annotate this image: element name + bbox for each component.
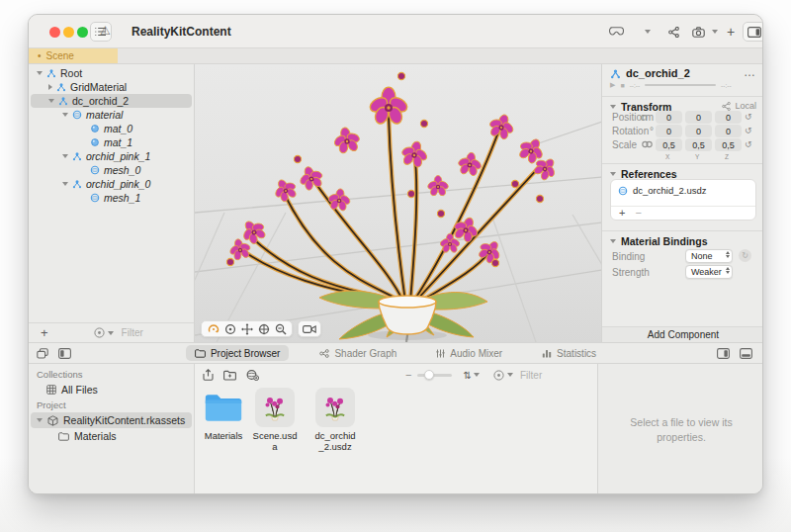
minimize-button[interactable] — [63, 27, 74, 38]
sidebar-item-rkassets[interactable]: RealityKitContent.rkassets — [29, 412, 194, 428]
hierarchy-item-orchid-pink-1[interactable]: orchid_pink_1 — [29, 149, 194, 163]
play-icon[interactable]: ▶ — [610, 81, 615, 89]
tab-audio-mixer[interactable]: Audio Mixer — [427, 345, 511, 361]
reset-scale-button[interactable]: ↺ — [745, 139, 752, 149]
scale-link-icon[interactable] — [642, 140, 653, 148]
binding-sync-button[interactable]: ↻ — [739, 249, 751, 262]
move-icon[interactable] — [238, 321, 255, 336]
hierarchy-item-material[interactable]: material — [29, 108, 194, 122]
hierarchy-item-orchid-pink-0[interactable]: orchid_pink_0 — [29, 177, 194, 191]
disclosure-icon[interactable] — [37, 418, 43, 422]
scale-x-field[interactable]: 0,5 — [656, 138, 682, 151]
hierarchy-item-mesh-1[interactable]: mesh_1 — [29, 191, 194, 205]
hierarchy-filter-input[interactable] — [122, 327, 191, 338]
camera-chevron-icon[interactable] — [709, 22, 721, 42]
camera-capture-icon[interactable] — [689, 22, 707, 42]
entity-icon — [610, 68, 621, 79]
position-z-field[interactable]: 0 — [715, 111, 742, 124]
hierarchy-item-label: mat_0 — [104, 123, 132, 134]
filter-options-icon[interactable] — [493, 370, 513, 381]
rotation-z-field[interactable]: 0 — [715, 125, 742, 137]
panel-right-toggle-icon[interactable] — [717, 348, 730, 359]
scale-z-field[interactable]: 0,5 — [715, 138, 742, 151]
dolly-icon[interactable] — [221, 321, 238, 336]
binding-popup[interactable]: None — [685, 249, 733, 263]
browser-filter-input[interactable] — [520, 370, 597, 381]
disclosure-icon[interactable] — [48, 99, 54, 103]
hierarchy-item-dc-orchid-2[interactable]: dc_orchid_2 — [29, 94, 194, 108]
empty-selection-message: Select a file to view its properties. — [617, 415, 746, 443]
headset-chevron-icon[interactable] — [642, 22, 654, 42]
hierarchy-item-mat-1[interactable]: mat_1 — [29, 135, 194, 149]
remove-reference-button[interactable]: − — [635, 207, 641, 219]
orchid-thumbnail — [315, 388, 355, 427]
transform-space-selector[interactable]: Local — [722, 101, 756, 111]
reference-item[interactable]: dc_orchid_2.usdz — [611, 180, 755, 201]
hierarchy-item-mesh-0[interactable]: mesh_0 — [29, 163, 194, 177]
toggle-inspector-icon[interactable] — [743, 22, 763, 42]
reset-rotation-button[interactable]: ↺ — [745, 126, 752, 135]
look-icon[interactable] — [255, 321, 272, 336]
add-entity-icon[interactable]: + — [723, 22, 739, 42]
sphere-icon — [90, 165, 100, 175]
strength-popup[interactable]: Weaker — [685, 265, 733, 279]
thumbnail-size-slider[interactable] — [417, 374, 451, 377]
sort-order-button[interactable]: ⇅ — [464, 370, 480, 381]
filter-options-icon[interactable] — [94, 327, 114, 338]
thumbnail-smaller-icon[interactable]: − — [405, 369, 411, 381]
share-node-icon[interactable] — [664, 22, 682, 42]
material-ball-icon — [90, 124, 100, 133]
disclosure-icon[interactable] — [610, 105, 616, 109]
add-reference-button[interactable]: + — [619, 207, 625, 219]
new-scene-icon[interactable] — [246, 369, 259, 381]
file-item-materials[interactable]: Materials — [201, 388, 246, 442]
hierarchy-item-root[interactable]: Root — [29, 66, 194, 80]
sidebar-item-all-files[interactable]: All Files — [29, 382, 194, 398]
disclosure-icon[interactable] — [610, 172, 616, 176]
tab-statistics[interactable]: Statistics — [533, 345, 605, 361]
add-item-button[interactable]: + — [41, 325, 48, 340]
rotation-y-field[interactable]: 0 — [685, 125, 712, 137]
position-y-field[interactable]: 0 — [685, 111, 712, 124]
zoom-window-button[interactable] — [77, 27, 88, 38]
headset-preview-icon[interactable] — [604, 22, 626, 42]
file-properties-panel: Select a file to view its properties. — [598, 364, 763, 494]
package-icon — [47, 415, 58, 426]
reset-position-button[interactable]: ↺ — [745, 112, 752, 122]
position-x-field[interactable]: 0 — [656, 111, 682, 124]
window-title: RealityKitContent — [132, 25, 231, 39]
camera-switch-icon[interactable] — [298, 320, 321, 337]
sidebar-item-materials[interactable]: Materials — [29, 428, 194, 444]
binding-value: None — [691, 251, 713, 261]
scale-y-field[interactable]: 0,5 — [685, 138, 712, 151]
file-item-dc-orchid-usdz[interactable]: dc_orchid_2.usdz — [312, 388, 358, 453]
new-folder-icon[interactable] — [223, 370, 236, 381]
export-icon[interactable] — [203, 369, 214, 381]
disclosure-icon[interactable] — [62, 182, 68, 186]
add-component-button[interactable]: Add Component — [602, 326, 763, 342]
position-unit: cm — [640, 112, 654, 123]
file-item-scene-usda[interactable]: Scene.usda — [252, 388, 298, 453]
timeline-scrubber[interactable] — [645, 84, 716, 86]
hierarchy-item-mat-0[interactable]: mat_0 — [29, 122, 194, 135]
stop-icon[interactable]: ■ — [620, 82, 624, 89]
orbit-icon[interactable] — [205, 321, 221, 336]
titlebar[interactable]: ⚠ RealityKitContent + — [29, 15, 762, 48]
axis-y-label: Y — [695, 153, 699, 160]
disclosure-icon[interactable] — [62, 154, 68, 158]
more-options-button[interactable]: … — [744, 65, 756, 79]
rotation-x-field[interactable]: 0 — [656, 125, 682, 137]
disclosure-icon[interactable] — [48, 84, 52, 90]
tab-scene[interactable]: • Scene — [29, 48, 118, 63]
3d-viewport[interactable] — [195, 64, 602, 342]
tab-shader-graph[interactable]: Shader Graph — [310, 345, 405, 361]
warning-icon[interactable]: ⚠ — [100, 24, 111, 38]
hierarchy-item-gridmaterial[interactable]: GridMaterial — [29, 80, 194, 94]
close-button[interactable] — [49, 27, 60, 38]
panel-bottom-toggle-icon[interactable] — [740, 348, 752, 359]
disclosure-icon[interactable] — [62, 113, 68, 117]
tab-project-browser[interactable]: Project Browser — [186, 345, 290, 361]
disclosure-icon[interactable] — [610, 239, 616, 243]
zoom-icon[interactable] — [272, 321, 289, 336]
disclosure-icon[interactable] — [37, 71, 43, 75]
